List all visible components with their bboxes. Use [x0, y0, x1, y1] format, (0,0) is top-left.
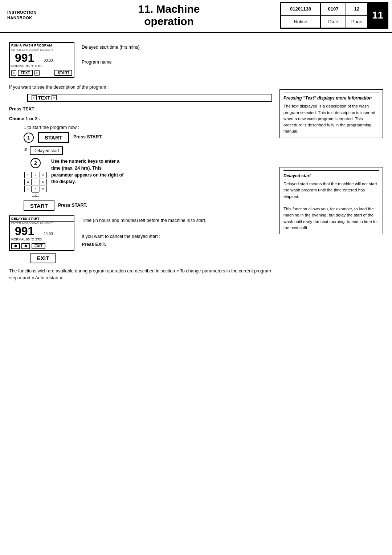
- press-start-label: Press START.: [73, 134, 102, 141]
- panel1-icon-left: ○: [11, 70, 16, 76]
- date-value: 0107: [320, 3, 346, 15]
- annotation-prog-name: Program name: [82, 59, 272, 66]
- panel1-buttons: ○ TEXT ○ START: [10, 69, 74, 77]
- row-panel1: RUN A WASH PROGRAM ENTER A PROGRAM NUMBE…: [9, 42, 272, 80]
- page-header: INSTRUCTION HANDBOOK 11. Machine operati…: [0, 0, 392, 33]
- start-button-1[interactable]: START: [38, 132, 69, 143]
- press-exit-text: Press EXIT.: [82, 241, 272, 248]
- use-numeric-keys-text: Use the numeric keys to enter a time (ma…: [51, 158, 124, 185]
- choice-2-row: 2 Delayed start 2 1 2 3 4: [9, 146, 272, 197]
- date-label: Date: [320, 15, 346, 28]
- panel1-text-btn[interactable]: TEXT: [18, 70, 33, 76]
- section-number: 11: [368, 3, 388, 28]
- press-text-label: Press: [9, 106, 21, 112]
- choice2-content: 2 Delayed start 2 1 2 3 4: [24, 146, 124, 197]
- choice-1: 1 to start the program now : 1 START Pre…: [9, 124, 272, 143]
- time-left-text: Time (in hours and minutes) left before …: [82, 217, 272, 224]
- row-panel2: DELAYED START ENTER A PROGRAM NUMBER: 99…: [9, 215, 272, 263]
- press-text-suffix: .: [34, 106, 36, 112]
- numpad-bottom: 0: [24, 193, 47, 197]
- key-9[interactable]: 9: [40, 186, 47, 192]
- header-center: 11. Machine operation: [58, 0, 280, 31]
- circle-2: 2: [30, 158, 41, 168]
- cancel-delayed-text: If you want to cancel the delayed start …: [82, 233, 272, 240]
- panel2-exit-btn[interactable]: EXIT: [32, 243, 45, 249]
- info-box1-top-line: [283, 93, 379, 93]
- notice-value: 01201138: [281, 3, 320, 15]
- panel1-title: RUN A WASH PROGRAM: [10, 43, 74, 48]
- title-sub: operation: [58, 15, 280, 28]
- start-button-2[interactable]: START: [24, 200, 54, 211]
- key-0[interactable]: 0: [32, 193, 39, 197]
- delayed-start-panel: DELAYED START ENTER A PROGRAM NUMBER: 99…: [9, 215, 74, 251]
- panel2-prog-name: NORMAL 95 °C STD.: [10, 238, 74, 242]
- info-box1-title: Pressing "Text" displays more informatio…: [283, 95, 379, 101]
- panel2-number: 991: [12, 225, 37, 238]
- text-btn-icon-left: ○: [32, 95, 37, 100]
- notice-label: Notice: [281, 15, 320, 28]
- choice2-bottom: 2 1 2 3 4 5 6 7 8: [24, 158, 124, 197]
- header-table: 01201138 0107 12 Notice Date Page: [281, 3, 368, 28]
- diagram-area-1: RUN A WASH PROGRAM ENTER A PROGRAM NUMBE…: [9, 42, 76, 80]
- exit-button[interactable]: EXIT: [30, 253, 56, 263]
- choice1-text: 1 to start the program now : 1 START Pre…: [24, 124, 102, 143]
- info-box2-body: Delayed start means that the machine wil…: [283, 181, 379, 231]
- exit-btn-standalone-area: EXIT: [10, 253, 76, 263]
- press-text-btn-label: TEXT: [23, 106, 34, 112]
- key-2[interactable]: 2: [32, 172, 39, 178]
- annotation-time: Delayed start time (hrs:mins): [82, 44, 272, 51]
- press-text-section: If you want to see the description of th…: [9, 84, 272, 211]
- text-button-area: ○ TEXT ○: [27, 94, 272, 102]
- info-box2-top-line: [283, 170, 379, 171]
- text-button-display: ○ TEXT ○: [27, 94, 272, 102]
- text-area-2: Time (in hours and minutes) left before …: [82, 215, 272, 249]
- footer-text-area: The functions wich are available during …: [9, 268, 272, 281]
- choice1-description: 1 to start the program now :: [24, 124, 102, 131]
- key-8[interactable]: 8: [32, 186, 39, 192]
- key-4[interactable]: 4: [24, 179, 32, 185]
- page-value: 12: [346, 3, 368, 15]
- panel2-title: DELAYED START: [10, 216, 74, 222]
- numpad: 1 2 3 4 5 6 7 8 9: [24, 170, 47, 197]
- start-standalone-row: START Press START.: [9, 200, 272, 211]
- panel1-icon-right: ○: [34, 70, 40, 76]
- doc-body: RUN A WASH PROGRAM ENTER A PROGRAM NUMBE…: [0, 33, 392, 293]
- choice2-label: 2: [24, 146, 27, 153]
- press-start-2-label: Press START.: [58, 202, 87, 209]
- delayed-start-input[interactable]: Delayed start: [30, 146, 63, 155]
- text-btn-label: TEXT: [38, 95, 50, 101]
- key-7[interactable]: 7: [24, 186, 32, 192]
- if-want-description: If you want to see the description of th…: [9, 84, 272, 91]
- panel2-star2[interactable]: ✱: [21, 243, 30, 249]
- choice-label: Choice 1 or 2 :: [9, 116, 272, 122]
- diagram-area-2: DELAYED START ENTER A PROGRAM NUMBER: 99…: [9, 215, 76, 263]
- text-area-1: Delayed start time (hrs:mins) Program na…: [82, 42, 272, 67]
- press-text-instruction: Press TEXT.: [9, 106, 272, 113]
- handbook-label: INSTRUCTION HANDBOOK: [7, 10, 54, 21]
- info-box-delayed-start: Delayed start Delayed start means that t…: [279, 167, 383, 234]
- doc-main: RUN A WASH PROGRAM ENTER A PROGRAM NUMBE…: [9, 42, 272, 284]
- panel2-time: 14:30: [41, 232, 56, 236]
- key-5[interactable]: 5: [32, 179, 39, 185]
- choice2-instructions: Use the numeric keys to enter a time (ma…: [51, 158, 124, 188]
- key-1[interactable]: 1: [24, 172, 32, 178]
- choice1-start-row: 1 START Press START.: [24, 132, 102, 143]
- info-box1-body: The text displayed is a description of t…: [283, 103, 379, 134]
- title-main: 11. Machine: [58, 3, 280, 15]
- choice2-top: 2 Delayed start: [24, 146, 124, 155]
- wash-program-panel: RUN A WASH PROGRAM ENTER A PROGRAM NUMBE…: [9, 42, 74, 78]
- info-box-pressing-text: Pressing "Text" displays more informatio…: [279, 89, 383, 138]
- doc-right: Pressing "Text" displays more informatio…: [279, 42, 383, 284]
- circle-1: 1: [24, 133, 34, 143]
- choice2-numpad-area: 2 1 2 3 4 5 6 7 8: [24, 158, 47, 197]
- key-3[interactable]: 3: [40, 172, 47, 178]
- panel1-number: 991: [12, 52, 37, 64]
- panel1-start-btn[interactable]: START: [54, 70, 72, 76]
- numpad-grid: 1 2 3 4 5 6 7 8 9: [24, 172, 47, 192]
- panel1-prog-name: NORMAL 95 °C STD.: [10, 64, 74, 69]
- panel2-buttons: ✱ ✱ EXIT: [10, 242, 74, 250]
- page-label: Page: [346, 15, 368, 28]
- key-6[interactable]: 6: [40, 179, 47, 185]
- panel2-star1[interactable]: ✱: [11, 243, 20, 249]
- text-btn-icon-right: ○: [52, 95, 57, 100]
